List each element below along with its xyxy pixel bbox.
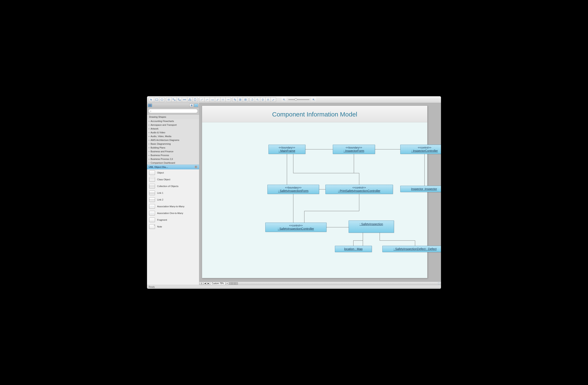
line-tool-3[interactable] (210, 97, 215, 102)
toolbar (147, 96, 441, 103)
connect-tool-4[interactable] (187, 97, 192, 102)
page-prev[interactable]: ◀ (204, 282, 207, 285)
svg-rect-5 (173, 98, 174, 99)
zoom-out-button[interactable] (282, 97, 287, 102)
align-tool-2[interactable] (238, 97, 243, 102)
note-icon (149, 224, 155, 229)
stencil-item[interactable]: Fragment (147, 216, 199, 223)
uml-inspectorcontroller[interactable]: <<control>>: InspectorController (400, 145, 441, 154)
hand-tool[interactable] (260, 97, 265, 102)
category-item[interactable]: Comparison Dashboard (147, 161, 199, 165)
svg-rect-23 (240, 99, 241, 100)
connect-tool-2[interactable] (177, 97, 182, 102)
align-tool-1[interactable] (232, 97, 237, 102)
uml-mainframe[interactable]: <<boundary>>: MainFrame (269, 145, 305, 154)
page-tool[interactable] (192, 97, 198, 102)
status-bar: Ready (147, 285, 441, 289)
zoom-dropdown[interactable]: ▾ (226, 282, 229, 285)
zoom-slider-thumb[interactable] (295, 98, 297, 101)
category-item[interactable]: Audio & Video (147, 131, 199, 134)
line-tool-2[interactable] (205, 97, 210, 102)
page-next[interactable]: ▶ (207, 282, 210, 285)
object-name: : SafetyInspectionController (268, 227, 324, 231)
category-item[interactable]: Basic Diagramming (147, 142, 199, 146)
uml-sif[interactable]: <<boundary>>: SafetyInspectionForm (267, 185, 319, 194)
stencil-item[interactable]: Link 1 (147, 190, 199, 196)
cursor-tool[interactable] (149, 97, 154, 102)
svg-rect-0 (155, 99, 158, 100)
line-tool-1[interactable] (199, 97, 204, 102)
list-tool[interactable] (166, 97, 171, 102)
zoom-slider-track[interactable] (288, 99, 309, 100)
line-tool-5[interactable] (220, 97, 226, 102)
user-tool[interactable] (266, 97, 271, 102)
stencil-item-label: Link 2 (157, 198, 163, 201)
stencil-item[interactable]: Class Object (147, 176, 199, 183)
category-item[interactable]: Business Process (147, 153, 199, 157)
category-item[interactable]: Aerospace and Transport (147, 123, 199, 127)
stereotype-label: <<control>> (328, 186, 390, 189)
uml-defect[interactable]: : SafetyInspectionDefect : Defect (382, 246, 441, 252)
category-item[interactable]: Business and Finance (147, 150, 199, 153)
ellipse-tool[interactable] (159, 97, 165, 102)
category-item[interactable]: Business Process 2,0 (147, 157, 199, 161)
connect-tool-3[interactable] (182, 97, 187, 102)
uml-locmap[interactable]: location : Map (335, 246, 372, 252)
stencil-item[interactable]: Collection of Objects (147, 183, 199, 190)
object-name: : SafetyInspectionForm (270, 189, 316, 192)
zoom-in-button[interactable] (311, 97, 316, 102)
zoom-tool[interactable] (255, 97, 260, 102)
object-name: : SafetyInspectionDefect : Defect (385, 247, 441, 251)
stencil-item-label: Fragment (157, 219, 167, 221)
page-tab-2[interactable] (232, 282, 235, 285)
svg-rect-13 (189, 98, 190, 99)
stencil-item[interactable]: Note (147, 223, 199, 230)
stencil-item[interactable]: ←→Association Many-to-Many (147, 203, 199, 210)
line-tool-6[interactable] (226, 97, 231, 102)
svg-rect-16 (194, 98, 196, 101)
uml-inspector[interactable]: Inspector :Inspector (400, 186, 441, 192)
stencil-header[interactable]: UML Object Dia… ✕ (147, 165, 199, 169)
page-tab-1[interactable] (229, 282, 232, 285)
pause-icon[interactable]: ∥ (200, 282, 203, 285)
search-input[interactable] (148, 109, 198, 113)
category-item[interactable]: AWS Architecture Diagrams (147, 138, 199, 142)
object-name: : SafetyInspection (351, 222, 391, 226)
line-tool-4[interactable] (215, 97, 220, 102)
object-name: : MainFrame (271, 149, 303, 153)
category-item[interactable]: Accounting Flowcharts (147, 119, 199, 123)
toolbar-group-shapes (166, 97, 198, 102)
canvas-scroll[interactable]: Component Information Model <<boundary>>… (199, 103, 441, 282)
uml-sic[interactable]: <<control>>: SafetyInspectionController (265, 223, 326, 232)
category-item[interactable]: Artwork (147, 127, 199, 131)
svg-point-1 (161, 99, 163, 100)
category-item[interactable]: Audio, Video, Media (147, 134, 199, 138)
canvas[interactable]: Component Information Model <<boundary>>… (202, 106, 427, 278)
rotate-tool[interactable] (250, 97, 255, 102)
uml-psic[interactable]: <<control>>: PrintSafetyInspectionContro… (325, 185, 393, 194)
svg-rect-9 (180, 100, 181, 101)
svg-rect-8 (178, 98, 179, 99)
align-tool-3[interactable] (243, 97, 248, 102)
svg-rect-15 (190, 100, 191, 101)
page-tab-3[interactable] (235, 282, 238, 285)
uml-inspectorform[interactable]: <<boundary>>: InspectorForm (333, 145, 375, 154)
sidebar-tab-library[interactable] (148, 104, 152, 107)
uml-si[interactable]: : SafetyInspection (349, 221, 394, 233)
svg-rect-6 (174, 100, 175, 101)
svg-rect-38 (149, 106, 150, 106)
connect-tool-1[interactable] (171, 97, 177, 102)
stencil-item[interactable]: ←→Association One-to-Many (147, 210, 199, 216)
zoom-display[interactable]: Custom 78% (210, 282, 225, 285)
link2-icon (149, 197, 155, 202)
category-item[interactable]: Building Plans (147, 146, 199, 150)
stencil-item[interactable]: Link 2 (147, 196, 199, 203)
rect-tool[interactable] (154, 97, 159, 102)
svg-rect-36 (149, 104, 150, 105)
fullscreen-icon[interactable]: ⛶ (437, 282, 441, 285)
dropper-tool[interactable] (271, 97, 276, 102)
stencil-item[interactable]: Object (147, 169, 199, 176)
sidebar-tab-search[interactable]: ⌕ (194, 104, 198, 107)
sidebar-tab-grid[interactable]: ▦ (189, 104, 194, 107)
stencil-close-icon[interactable]: ✕ (194, 166, 197, 169)
